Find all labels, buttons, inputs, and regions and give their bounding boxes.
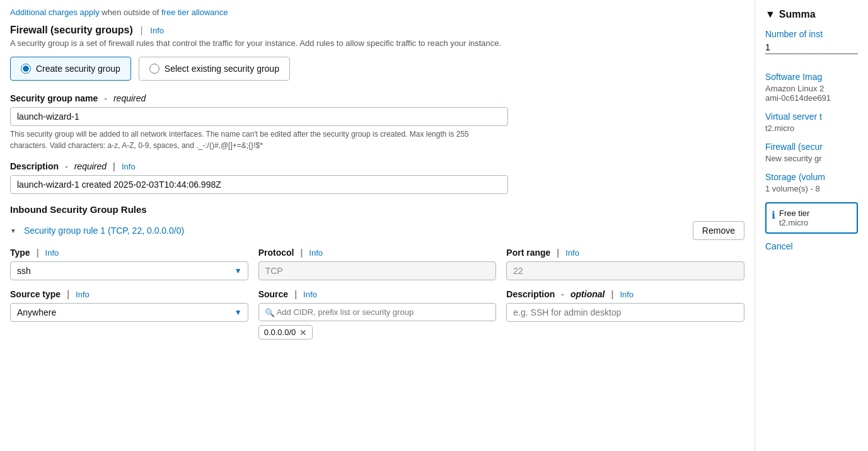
rule-description-info-link[interactable]: Info <box>620 290 634 299</box>
virtual-server-section: Virtual server t t2.micro <box>765 111 858 133</box>
description-label-text: Description <box>10 161 59 171</box>
port-range-label: Port range | Info <box>506 248 744 258</box>
cancel-button[interactable]: Cancel <box>765 241 793 251</box>
protocol-input <box>258 261 497 280</box>
rule-description-optional: optional <box>570 289 605 299</box>
firewall-description: A security group is a set of firewall ru… <box>10 38 744 48</box>
rule-header-left: ▼ Security group rule 1 (TCP, 22, 0.0.0.… <box>10 226 184 236</box>
free-tier-label: Free tier <box>779 208 809 218</box>
select-security-group-label: Select existing security group <box>165 64 279 74</box>
type-select[interactable]: ssh <box>10 261 248 280</box>
charges-middle-text: when outside of <box>101 8 161 17</box>
description-info-link[interactable]: Info <box>122 162 136 171</box>
storage-value: 1 volume(s) - 8 <box>765 184 858 193</box>
create-security-group-option[interactable]: Create security group <box>10 57 131 81</box>
rule-fields-row1: Type | Info ssh ▼ Protocol | Info <box>10 248 744 280</box>
rule-description-field: Description - optional | Info <box>506 289 744 340</box>
security-group-name-hint: This security group will be added to all… <box>10 128 508 151</box>
summary-triangle-icon: ▼ <box>765 9 775 20</box>
cidr-tag: 0.0.0.0/0 ✕ <box>258 325 313 340</box>
firewall-title: Firewall (security groups) <box>10 25 133 36</box>
remove-rule-button[interactable]: Remove <box>693 221 744 240</box>
number-of-instances-input[interactable] <box>765 41 858 54</box>
security-group-name-group: Security group name - required This secu… <box>10 93 744 151</box>
source-type-label: Source type | Info <box>10 289 248 299</box>
number-of-instances-section: Number of inst <box>765 29 858 63</box>
source-input[interactable] <box>258 303 497 321</box>
rule-description-label: Description - optional | Info <box>506 289 744 299</box>
description-label: Description - required | Info <box>10 161 744 171</box>
security-group-name-input[interactable] <box>10 107 508 126</box>
select-security-group-radio[interactable] <box>149 64 159 74</box>
inbound-rules-title: Inbound Security Group Rules <box>10 204 744 215</box>
software-image-id: ami-0c614dee691 <box>765 93 858 103</box>
rule-label: Security group rule 1 (TCP, 22, 0.0.0.0/… <box>24 226 184 236</box>
source-input-wrapper: 🔍 <box>258 303 497 321</box>
description-group: Description - required | Info <box>10 161 744 194</box>
source-search-icon: 🔍 <box>265 307 275 317</box>
source-type-field: Source type | Info Anywhere ▼ <box>10 289 248 340</box>
additional-charges-link[interactable]: Additional charges apply <box>10 8 100 17</box>
description-required-text: required <box>74 161 107 171</box>
create-security-group-label: Create security group <box>36 64 120 74</box>
create-security-group-radio[interactable] <box>21 64 31 74</box>
select-security-group-option[interactable]: Select existing security group <box>139 57 290 81</box>
firewall-summary-label: Firewall (secur <box>765 142 858 152</box>
additional-charges-notice: Additional charges apply when outside of… <box>10 8 744 17</box>
storage-label: Storage (volum <box>765 172 858 182</box>
summary-title: ▼ Summa <box>765 9 858 20</box>
source-type-select-wrapper: Anywhere ▼ <box>10 303 248 322</box>
free-tier-icon: ℹ <box>772 209 775 221</box>
rule-description-input[interactable] <box>506 303 744 322</box>
separator: | <box>141 25 143 35</box>
rule-fields-row2: Source type | Info Anywhere ▼ Source | I… <box>10 289 744 340</box>
source-type-select[interactable]: Anywhere <box>10 303 248 322</box>
storage-section: Storage (volum 1 volume(s) - 8 <box>765 172 858 193</box>
port-range-info-link[interactable]: Info <box>565 248 579 258</box>
rule-header: ▼ Security group rule 1 (TCP, 22, 0.0.0.… <box>10 221 744 240</box>
software-image-section: Software Imag Amazon Linux 2 ami-0c614de… <box>765 72 858 103</box>
cidr-value: 0.0.0.0/0 <box>264 328 296 337</box>
port-range-input <box>506 261 744 280</box>
remove-cidr-icon[interactable]: ✕ <box>299 328 307 337</box>
collapse-icon[interactable]: ▼ <box>10 227 16 234</box>
security-group-rule-block: ▼ Security group rule 1 (TCP, 22, 0.0.0.… <box>10 221 744 340</box>
free-tier-box: ℹ Free tier t2.micro <box>765 202 858 234</box>
source-info-link[interactable]: Info <box>303 290 317 299</box>
source-label: Source | Info <box>258 289 497 299</box>
virtual-server-label: Virtual server t <box>765 111 858 122</box>
description-input[interactable] <box>10 175 508 194</box>
firewall-section-summary: Firewall (secur New security gr <box>765 142 858 163</box>
security-group-radio-group: Create security group Select existing se… <box>10 57 744 81</box>
name-label-text: Security group name <box>10 93 98 103</box>
type-field: Type | Info ssh ▼ <box>10 248 248 280</box>
firewall-section-header: Firewall (security groups) | Info <box>10 25 744 36</box>
free-tier-link[interactable]: free tier allowance <box>161 8 228 17</box>
source-field: Source | Info 🔍 0.0.0.0/0 ✕ <box>258 289 497 340</box>
type-info-link[interactable]: Info <box>45 248 59 258</box>
software-image-value: Amazon Linux 2 <box>765 84 858 93</box>
virtual-server-value: t2.micro <box>765 123 858 133</box>
summary-sidebar: ▼ Summa Number of inst Software Imag Ama… <box>755 0 868 451</box>
protocol-label: Protocol | Info <box>258 248 497 258</box>
software-image-label: Software Imag <box>765 72 858 82</box>
firewall-summary-value: New security gr <box>765 154 858 163</box>
port-range-field: Port range | Info <box>506 248 744 280</box>
number-of-instances-label: Number of inst <box>765 29 858 39</box>
protocol-info-link[interactable]: Info <box>309 248 323 258</box>
free-tier-value: t2.micro <box>779 218 809 227</box>
firewall-info-link[interactable]: Info <box>150 26 164 35</box>
protocol-field: Protocol | Info <box>258 248 497 280</box>
security-group-name-label: Security group name - required <box>10 93 744 103</box>
name-required-text: required <box>113 93 146 103</box>
source-type-info-link[interactable]: Info <box>76 290 90 299</box>
type-select-wrapper: ssh ▼ <box>10 261 248 280</box>
type-label: Type | Info <box>10 248 248 258</box>
